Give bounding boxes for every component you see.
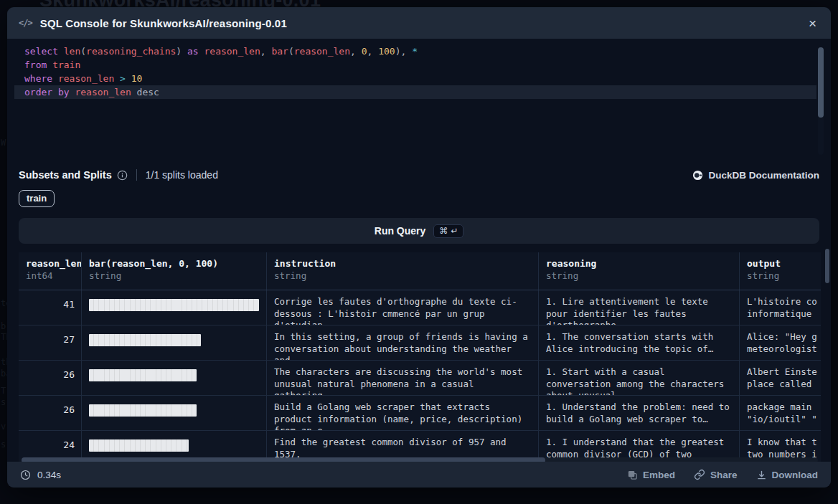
cell-instruction: Build a Golang web scraper that extracts… <box>266 396 538 430</box>
sql-token <box>131 87 137 98</box>
background-fragment: s <box>1 397 6 407</box>
column-header-3: reasoningstring <box>538 252 739 290</box>
table-scrollbar-thumb[interactable] <box>825 249 829 283</box>
sql-token: , <box>260 46 272 57</box>
cell-output: package main "io/ioutil" " <box>739 396 821 430</box>
sql-token <box>47 60 52 70</box>
sql-token <box>126 73 131 84</box>
cell-instruction: In this setting, a group of friends is h… <box>266 325 538 360</box>
cell-bar <box>81 396 266 430</box>
modal-title: SQL Console for SkunkworksAI/reasoning-0… <box>40 17 287 29</box>
sql-token: > <box>120 73 126 84</box>
background-fragment: T <box>1 386 6 396</box>
cell-bar <box>81 290 266 325</box>
sql-token: ) <box>176 46 182 57</box>
sql-token: 0 <box>362 46 367 57</box>
sql-line-1[interactable]: select len(reasoning_chains) as reason_l… <box>14 44 816 58</box>
sql-editor[interactable]: select len(reasoning_chains) as reason_l… <box>14 44 816 158</box>
sql-token: bar <box>271 46 288 57</box>
results-table: reason_lenint64bar(reason_len, 0, 100)st… <box>19 252 821 465</box>
query-time: 0.34s <box>20 470 61 480</box>
column-header-1: bar(reason_len, 0, 100)string <box>81 252 266 290</box>
background-fragment: s <box>1 439 6 450</box>
column-name: bar(reason_len, 0, 100) <box>89 258 259 269</box>
bar-visualization <box>89 334 201 346</box>
cell-reason-len: 41 <box>19 290 81 325</box>
table-vertical-scrollbar[interactable] <box>825 249 829 457</box>
sql-token: order <box>24 87 52 98</box>
column-name: reasoning <box>546 258 732 269</box>
background-fragment: v <box>1 422 6 432</box>
sql-token: as <box>187 46 199 57</box>
sql-line-3[interactable]: where reason_len > 10 <box>14 72 816 85</box>
sql-token: from <box>24 60 47 70</box>
sql-editor-lines: select len(reasoning_chains) as reason_l… <box>14 44 816 99</box>
column-type: string <box>274 270 531 281</box>
bar-visualization <box>89 439 189 452</box>
split-chip-train[interactable]: train <box>19 190 55 207</box>
sql-token: , <box>350 46 362 57</box>
table-row: 26The characters are discussing the worl… <box>19 361 821 396</box>
cell-output: Alice: "Hey g meteorologist <box>739 325 821 360</box>
bar-visualization <box>89 299 259 311</box>
sql-token <box>52 73 58 84</box>
background-fragment: b <box>1 321 6 331</box>
download-icon <box>756 470 767 480</box>
sql-token <box>58 46 64 57</box>
sql-token: desc <box>137 87 159 98</box>
sql-token <box>114 73 120 84</box>
run-query-button[interactable]: Run Query ⌘ ↵ <box>19 218 819 244</box>
table-row: 41Corrige les fautes d'orthographe du te… <box>19 290 821 325</box>
embed-icon <box>627 470 638 480</box>
download-button[interactable]: Download <box>756 470 819 480</box>
cell-reasoning: 1. Lire attentivement le texte pour iden… <box>538 290 739 325</box>
table-row: 26Build a Golang web scraper that extrac… <box>19 396 821 431</box>
divider <box>136 169 137 181</box>
sql-line-4[interactable]: order by reason_len desc <box>14 85 816 99</box>
sql-token: , <box>367 46 379 57</box>
background-fragment: W <box>1 138 6 148</box>
run-query-label: Run Query <box>375 225 426 237</box>
cell-reasoning: 1. Understand the problem: need to build… <box>538 396 739 430</box>
cell-output: Albert Einste place called <box>739 361 821 395</box>
sql-token: reason_len <box>294 46 350 57</box>
sql-token: reason_len <box>204 46 260 57</box>
bar-visualization <box>89 369 197 381</box>
column-name: reason_len <box>26 258 74 269</box>
cell-bar <box>81 361 266 395</box>
close-icon[interactable]: × <box>806 15 819 32</box>
editor-scrollbar[interactable] <box>818 47 824 155</box>
sql-token: ( <box>288 46 294 57</box>
cell-output: L'histoire co informatique <box>739 290 821 325</box>
cell-reasoning: 1. Start with a casual conversation amon… <box>538 361 739 395</box>
sql-token: where <box>24 73 52 84</box>
cell-instruction: Corrige les fautes d'orthographe du text… <box>266 290 538 325</box>
column-header-2: instructionstring <box>266 252 538 290</box>
bar-visualization <box>89 404 197 417</box>
sql-token: reasoning_chains <box>86 46 176 57</box>
split-chips: train <box>7 190 831 207</box>
cell-reasoning: 1. The conversation starts with Alice in… <box>538 325 739 360</box>
sql-token: reason_len <box>75 87 131 98</box>
cell-instruction: The characters are discussing the world'… <box>266 361 538 395</box>
duckdb-doc-link[interactable]: DuckDB Documentation <box>692 170 819 181</box>
column-type: string <box>89 270 259 281</box>
sql-console-modal: </> SQL Console for SkunkworksAI/reasoni… <box>7 7 831 488</box>
column-type: string <box>546 270 732 281</box>
duckdb-icon <box>692 170 703 181</box>
splits-label: Subsets and Splits <box>19 169 112 181</box>
embed-button[interactable]: Embed <box>627 470 675 480</box>
sql-token: by <box>58 87 70 98</box>
cell-reason-len: 26 <box>19 396 81 430</box>
info-icon[interactable] <box>117 170 128 181</box>
column-name: instruction <box>274 258 531 269</box>
sql-token: ( <box>80 46 86 57</box>
modal-footer: 0.34s Embed Share Download <box>7 462 831 488</box>
column-type: string <box>747 270 821 281</box>
column-header-0: reason_lenint64 <box>19 252 81 290</box>
splits-meta-row: Subsets and Splits 1/1 splits loaded Duc… <box>7 166 831 184</box>
sql-line-2[interactable]: from train <box>14 58 816 72</box>
share-button[interactable]: Share <box>694 469 738 480</box>
editor-scrollbar-thumb[interactable] <box>818 47 824 118</box>
modal-header: </> SQL Console for SkunkworksAI/reasoni… <box>7 7 831 39</box>
